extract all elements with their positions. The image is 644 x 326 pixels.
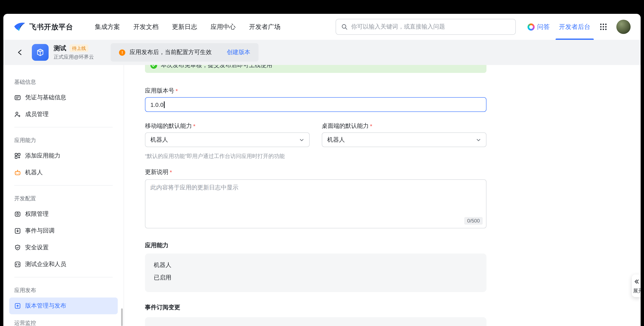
sidebar-section-release: 应用发布 bbox=[3, 282, 124, 298]
publish-notice-bar: ! 应用发布后，当前配置方可生效 创建版本 bbox=[110, 43, 258, 62]
sidebar-item-events[interactable]: 事件与回调 bbox=[9, 222, 118, 239]
desktop-default-select[interactable]: 机器人 bbox=[322, 132, 486, 147]
sidebar-item-bot[interactable]: 机器人 bbox=[9, 164, 118, 181]
mobile-default-value: 机器人 bbox=[150, 136, 168, 144]
qa-icon bbox=[528, 23, 535, 30]
cube-icon bbox=[36, 48, 45, 57]
chevron-left-icon bbox=[16, 48, 24, 56]
search-input[interactable]: 你可以输入关键词，或直接输入问题 bbox=[336, 19, 516, 35]
chevron-down-icon bbox=[476, 137, 481, 142]
sidebar-item-label: 安全设置 bbox=[25, 244, 48, 252]
qa-link[interactable]: 问答 bbox=[528, 23, 550, 31]
capability-name: 机器人 bbox=[154, 262, 478, 269]
version-value: 1.0.0 bbox=[150, 101, 164, 108]
nav-item-integrations[interactable]: 集成方案 bbox=[88, 14, 127, 40]
desktop-default-value: 机器人 bbox=[327, 136, 345, 144]
default-capability-row: 移动端的默认能力* 机器人 “默认的应用功能”即用户通过工作台访问应用时打开的功… bbox=[145, 122, 486, 160]
app-meta: 测试 待上线 正式应用@环界云 bbox=[54, 44, 94, 60]
brand[interactable]: 飞书开放平台 bbox=[14, 22, 73, 32]
expand-label: 展开 bbox=[632, 288, 641, 294]
back-button[interactable] bbox=[14, 46, 26, 58]
sidebar-divider bbox=[14, 185, 113, 186]
nav-right-cluster: 问答 开发者后台 bbox=[528, 14, 630, 40]
version-input[interactable]: 1.0.0 bbox=[145, 97, 486, 112]
nav-item-app-center[interactable]: 应用中心 bbox=[204, 14, 242, 40]
version-label: 应用版本号* bbox=[145, 87, 486, 95]
app-header: 测试 待上线 正式应用@环界云 ! 应用发布后，当前配置方可生效 创建版本 bbox=[3, 40, 641, 65]
code-box-icon bbox=[14, 261, 21, 268]
app-name: 测试 bbox=[54, 44, 66, 52]
sidebar-item-label: 机器人 bbox=[25, 169, 43, 176]
nav-item-dev-plaza[interactable]: 开发者广场 bbox=[242, 14, 287, 40]
app-subtitle: 正式应用@环界云 bbox=[54, 54, 94, 60]
apps-grid-icon[interactable] bbox=[600, 23, 607, 30]
qa-label: 问答 bbox=[537, 23, 550, 31]
sidebar-divider bbox=[14, 277, 113, 278]
capability-status: 已启用 bbox=[154, 274, 478, 282]
chevron-down-icon bbox=[299, 137, 304, 142]
nav-item-docs[interactable]: 开发文档 bbox=[127, 14, 165, 40]
sidebar-item-test-org[interactable]: 测试企业和人员 bbox=[9, 256, 118, 273]
primary-nav: 集成方案 开发文档 更新日志 应用中心 开发者广场 bbox=[88, 14, 287, 40]
sidebar-item-permissions[interactable]: 权限管理 bbox=[9, 206, 118, 222]
sidebar: 基础信息 凭证与基础信息 成员管理 应用能力 bbox=[3, 65, 124, 326]
feishu-logo-icon bbox=[14, 22, 26, 32]
version-form: 本次发布免审核，提交发布后即可上线使用 应用版本号* 1.0.0 移动端的默认能… bbox=[145, 65, 486, 326]
sidebar-item-label: 成员管理 bbox=[25, 110, 48, 118]
browser-window: 飞书开放平台 集成方案 开发文档 更新日志 应用中心 开发者广场 你可以输入关键… bbox=[3, 14, 641, 326]
changelog-label: 更新说明* bbox=[145, 168, 486, 176]
warning-icon: ! bbox=[119, 49, 125, 56]
default-capability-hint: “默认的应用功能”即用户通过工作台访问应用时打开的功能 bbox=[145, 152, 310, 160]
search-icon bbox=[341, 24, 348, 30]
console-label: 开发者后台 bbox=[559, 23, 590, 31]
console-link-active[interactable]: 开发者后台 bbox=[559, 14, 590, 40]
grid-plus-icon bbox=[14, 152, 21, 159]
member-add-icon bbox=[14, 111, 21, 118]
status-badge: 待上线 bbox=[70, 44, 88, 52]
changelog-textarea[interactable]: 此内容将于应用的更新日志中显示 0/500 bbox=[145, 179, 486, 228]
sidebar-item-label: 测试企业和人员 bbox=[25, 261, 66, 268]
event-callback-icon bbox=[14, 228, 21, 234]
changelog-placeholder: 此内容将于应用的更新日志中显示 bbox=[150, 184, 238, 191]
event-summary-box bbox=[145, 317, 486, 326]
sidebar-item-security[interactable]: 安全设置 bbox=[9, 239, 118, 256]
id-card-icon bbox=[14, 94, 21, 101]
required-mark: * bbox=[176, 88, 178, 94]
sidebar-scrollbar[interactable] bbox=[121, 308, 123, 326]
sidebar-section-monitoring: 运营监控 bbox=[3, 314, 124, 326]
robot-icon bbox=[14, 169, 21, 176]
publish-icon bbox=[14, 302, 21, 309]
double-chevron-left-icon bbox=[633, 279, 639, 284]
nav-item-changelog[interactable]: 更新日志 bbox=[165, 14, 204, 40]
mobile-default-select[interactable]: 机器人 bbox=[145, 132, 310, 147]
capability-summary-box: 机器人 已启用 bbox=[145, 254, 486, 292]
expand-drawer-handle[interactable]: 展开 bbox=[632, 274, 641, 297]
page-body: 基础信息 凭证与基础信息 成员管理 应用能力 bbox=[3, 65, 641, 326]
required-mark: * bbox=[193, 123, 196, 130]
sidebar-item-label: 版本管理与发布 bbox=[25, 302, 66, 310]
sidebar-item-credentials[interactable]: 凭证与基础信息 bbox=[9, 89, 118, 106]
sidebar-item-members[interactable]: 成员管理 bbox=[9, 106, 118, 123]
sidebar-item-label: 权限管理 bbox=[25, 210, 48, 218]
user-avatar[interactable] bbox=[616, 20, 630, 34]
sidebar-item-version-release[interactable]: 版本管理与发布 bbox=[9, 298, 118, 314]
mobile-default-label: 移动端的默认能力* bbox=[145, 122, 310, 130]
notice-text: 应用发布后，当前配置方可生效 bbox=[130, 48, 212, 56]
app-icon bbox=[32, 44, 48, 61]
required-mark: * bbox=[370, 123, 372, 130]
success-check-icon bbox=[150, 65, 157, 69]
sidebar-item-add-capability[interactable]: 添加应用能力 bbox=[9, 148, 118, 164]
event-section-title: 事件订阅变更 bbox=[145, 304, 486, 311]
safe-lock-icon bbox=[14, 211, 21, 218]
sidebar-section-basic: 基础信息 bbox=[3, 73, 124, 89]
screen: 飞书开放平台 集成方案 开发文档 更新日志 应用中心 开发者广场 你可以输入关键… bbox=[0, 0, 644, 326]
desktop-default-label: 桌面端的默认能力* bbox=[322, 122, 486, 130]
success-banner: 本次发布免审核，提交发布后即可上线使用 bbox=[145, 65, 486, 73]
sidebar-section-capability: 应用能力 bbox=[3, 132, 124, 148]
top-navigation: 飞书开放平台 集成方案 开发文档 更新日志 应用中心 开发者广场 你可以输入关键… bbox=[3, 14, 641, 40]
sidebar-item-label: 添加应用能力 bbox=[25, 152, 60, 160]
shield-check-icon bbox=[14, 244, 21, 251]
required-mark: * bbox=[170, 169, 172, 176]
success-banner-text: 本次发布免审核，提交发布后即可上线使用 bbox=[161, 65, 272, 69]
create-version-link[interactable]: 创建版本 bbox=[227, 48, 250, 56]
